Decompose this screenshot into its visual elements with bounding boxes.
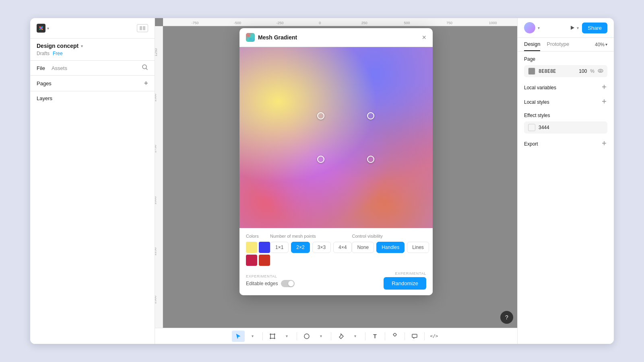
text-tool-button[interactable]: T [369, 331, 382, 342]
frame-tool-button[interactable] [266, 331, 279, 342]
control-point-4[interactable] [367, 156, 374, 163]
modal-canvas [239, 47, 433, 228]
page-section: Page 8E8E8E 100 % [524, 56, 607, 77]
sidebar-view-toggle[interactable] [137, 24, 148, 32]
comment-tool-button[interactable] [408, 331, 421, 342]
app-frame: ▾ Design concept ▾ Drafts Free [30, 18, 614, 344]
tab-file[interactable]: File [37, 64, 45, 72]
zoom-dropdown-icon: ▾ [605, 42, 607, 47]
color-swatch-orange[interactable] [259, 255, 270, 266]
local-styles-add-icon[interactable] [601, 98, 607, 106]
add-page-button[interactable]: + [144, 80, 148, 87]
free-badge[interactable]: Free [53, 51, 63, 56]
randomize-experimental-label: EXPERIMENTAL [395, 272, 427, 276]
controls-row-1: Colors Number of mesh points [246, 234, 426, 266]
control-point-3[interactable] [317, 156, 324, 163]
mesh-btn-4x4[interactable]: 4×4 [333, 242, 352, 253]
ruler-mark-1500: 1500 [155, 93, 157, 101]
mesh-gradient-modal[interactable]: Mesh Gradient × [239, 28, 433, 295]
vis-btn-handles[interactable]: Handles [376, 242, 405, 253]
tab-assets[interactable]: Assets [52, 64, 67, 72]
vis-btn-group: None Handles Lines [352, 242, 429, 253]
shape-tool-button[interactable] [300, 331, 313, 342]
vis-btn-lines[interactable]: Lines [407, 242, 429, 253]
ruler-mark-500: 500 [404, 21, 410, 25]
mesh-btn-1x1[interactable]: 1×1 [270, 242, 289, 253]
visibility-toggle-icon[interactable] [598, 68, 603, 75]
export-title: Export [524, 141, 538, 147]
chevron-down-icon: ▾ [47, 26, 49, 31]
pen-tool-button[interactable] [334, 331, 347, 342]
zoom-control[interactable]: 40% ▾ [595, 38, 607, 51]
control-vis-label: Control visibility [352, 234, 429, 239]
user-avatar[interactable] [524, 22, 535, 33]
code-tool-button[interactable]: </> [428, 331, 441, 342]
control-vis-section: Control visibility None Handles Lines [352, 234, 429, 253]
play-button[interactable]: ▾ [570, 25, 579, 31]
pages-section-row: Pages + [37, 80, 148, 87]
search-icon[interactable] [142, 64, 148, 72]
page-color-row[interactable]: 8E8E8E 100 % [524, 65, 607, 77]
effect-swatch [528, 124, 535, 131]
help-button[interactable]: ? [500, 311, 513, 324]
ruler-mark-neg250: -250 [277, 21, 284, 25]
tab-prototype[interactable]: Prototype [547, 38, 569, 51]
drafts-badge[interactable]: Drafts [37, 51, 50, 56]
modal-header: Mesh Gradient × [239, 28, 433, 47]
right-header: ▾ ▾ Share [518, 18, 614, 38]
modal-controls: Colors Number of mesh points [239, 228, 433, 295]
mesh-btn-3x3[interactable]: 3×3 [312, 242, 331, 253]
local-variables-section: Local variables [524, 84, 607, 92]
color-swatches-grid [246, 242, 270, 266]
effect-item[interactable]: 3444 [524, 121, 607, 134]
randomize-button[interactable]: Randomize [384, 277, 426, 290]
toolbar-sep-3 [331, 332, 331, 340]
editable-edges-toggle[interactable] [281, 280, 295, 287]
local-variables-action-icon[interactable] [601, 84, 607, 92]
layers-section-row: Layers [37, 95, 148, 101]
control-point-2[interactable] [367, 112, 374, 119]
ruler-mark-0: 0 [319, 21, 321, 25]
avatar-dropdown-icon[interactable]: ▾ [538, 26, 540, 30]
page-section-header: Page [524, 56, 607, 62]
controls-row-2: EXPERIMENTAL Editable edges EXPERIMENTAL… [246, 272, 426, 290]
modal-close-button[interactable]: × [422, 34, 426, 41]
component-tool-button[interactable] [388, 331, 401, 342]
shape-tool-dropdown[interactable]: ▾ [315, 331, 328, 342]
ruler-mark-1000: 1000 [489, 21, 497, 25]
local-variables-title: Local variables [524, 85, 556, 90]
export-add-icon[interactable] [601, 140, 607, 148]
canvas-area[interactable]: -750 -500 -250 0 250 500 750 1000 1250 1… [155, 18, 517, 344]
frame-tool-dropdown[interactable]: ▾ [281, 331, 293, 342]
toolbar-sep-1 [262, 332, 263, 340]
plugin-icon [246, 33, 255, 42]
control-point-1[interactable] [317, 112, 324, 119]
logo-dropdown[interactable]: ▾ [37, 24, 49, 33]
svg-point-24 [598, 69, 603, 72]
color-swatch-red[interactable] [246, 255, 257, 266]
toolbar-sep-7 [424, 332, 425, 340]
local-styles-header: Local styles [524, 98, 607, 106]
mesh-btn-2x2[interactable]: 2×2 [291, 242, 310, 253]
move-tool-button[interactable] [232, 331, 245, 342]
pen-tool-dropdown[interactable]: ▾ [349, 331, 362, 342]
mesh-points-label: Number of mesh points [270, 234, 352, 239]
move-tool-dropdown[interactable]: ▾ [246, 331, 259, 342]
pages-section: Pages + [30, 76, 155, 91]
share-button[interactable]: Share [582, 23, 607, 33]
right-content: Page 8E8E8E 100 % [518, 51, 614, 344]
page-section-title: Page [524, 56, 535, 62]
pages-label: Pages [37, 80, 52, 86]
svg-point-4 [40, 27, 42, 29]
svg-point-18 [304, 334, 309, 339]
ruler-mark-1250: 1250 [155, 48, 158, 56]
effect-styles-section: Effect styles 3444 [524, 113, 607, 134]
color-swatch-yellow[interactable] [246, 242, 257, 253]
app-container: ▾ Design concept ▾ Drafts Free [0, 0, 644, 362]
vis-btn-none[interactable]: None [352, 242, 374, 253]
color-swatch-blue[interactable] [259, 242, 270, 253]
ruler-mark-1750: 1750 [155, 145, 157, 153]
toolbar-sep-6 [405, 332, 405, 340]
page-color-value: 8E8E8E [539, 68, 576, 74]
tab-design[interactable]: Design [524, 38, 540, 51]
